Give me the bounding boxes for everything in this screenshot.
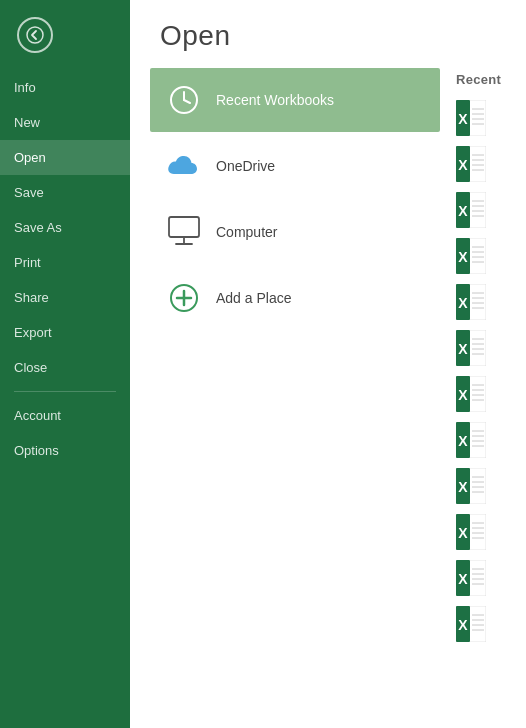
location-add-place[interactable]: Add a Place [150, 266, 440, 330]
svg-point-0 [27, 27, 43, 43]
svg-text:X: X [458, 341, 468, 357]
excel-file-icon: X [456, 192, 486, 228]
list-item[interactable]: X [450, 325, 516, 371]
svg-text:X: X [458, 433, 468, 449]
list-item[interactable]: X [450, 233, 516, 279]
list-item[interactable]: X [450, 601, 516, 647]
svg-text:X: X [458, 295, 468, 311]
page-title: Open [160, 20, 496, 52]
add-place-icon [166, 280, 202, 316]
main-content: Open Recent Workbooks [130, 0, 526, 728]
svg-text:X: X [458, 479, 468, 495]
sidebar-item-save-as[interactable]: Save As [0, 210, 130, 245]
svg-text:X: X [458, 157, 468, 173]
add-place-label: Add a Place [216, 290, 292, 306]
location-onedrive[interactable]: OneDrive [150, 134, 440, 198]
back-circle-icon [17, 17, 53, 53]
excel-file-icon: X [456, 330, 486, 366]
sidebar-item-info[interactable]: Info [0, 70, 130, 105]
svg-text:X: X [458, 617, 468, 633]
computer-label: Computer [216, 224, 277, 240]
svg-text:X: X [458, 571, 468, 587]
excel-file-icon: X [456, 422, 486, 458]
computer-icon [166, 214, 202, 250]
location-computer[interactable]: Computer [150, 200, 440, 264]
svg-line-3 [184, 100, 190, 103]
excel-file-icon: X [456, 284, 486, 320]
recent-files-header: Recent [450, 68, 516, 95]
sidebar-item-open[interactable]: Open [0, 140, 130, 175]
sidebar-divider [14, 391, 116, 392]
sidebar-item-options[interactable]: Options [0, 433, 130, 468]
svg-rect-4 [169, 217, 199, 237]
sidebar-item-new[interactable]: New [0, 105, 130, 140]
sidebar-item-print[interactable]: Print [0, 245, 130, 280]
main-header: Open [130, 0, 526, 68]
list-item[interactable]: X [450, 371, 516, 417]
clock-icon [166, 82, 202, 118]
list-item[interactable]: X [450, 279, 516, 325]
onedrive-label: OneDrive [216, 158, 275, 174]
location-panel: Recent Workbooks OneDrive [130, 68, 450, 728]
excel-file-icon: X [456, 560, 486, 596]
sidebar-nav: Info New Open Save Save As Print Share E… [0, 70, 130, 728]
list-item[interactable]: X [450, 417, 516, 463]
back-button[interactable] [10, 10, 60, 60]
svg-text:X: X [458, 203, 468, 219]
excel-file-icon: X [456, 100, 486, 136]
excel-file-icon: X [456, 376, 486, 412]
svg-text:X: X [458, 525, 468, 541]
location-recent[interactable]: Recent Workbooks [150, 68, 440, 132]
list-item[interactable]: X [450, 509, 516, 555]
list-item[interactable]: X [450, 187, 516, 233]
sidebar-item-export[interactable]: Export [0, 315, 130, 350]
sidebar-bottom: Account Options [0, 398, 130, 478]
svg-text:X: X [458, 111, 468, 127]
list-item[interactable]: X [450, 141, 516, 187]
excel-file-icon: X [456, 468, 486, 504]
recent-workbooks-label: Recent Workbooks [216, 92, 334, 108]
svg-text:X: X [458, 249, 468, 265]
onedrive-icon [166, 148, 202, 184]
list-item[interactable]: X [450, 463, 516, 509]
recent-panel: Recent X X [450, 68, 526, 728]
excel-file-icon: X [456, 514, 486, 550]
excel-file-icon: X [456, 146, 486, 182]
sidebar: Info New Open Save Save As Print Share E… [0, 0, 130, 728]
excel-file-icon: X [456, 606, 486, 642]
sidebar-item-account[interactable]: Account [0, 398, 130, 433]
list-item[interactable]: X [450, 95, 516, 141]
svg-text:X: X [458, 387, 468, 403]
main-body: Recent Workbooks OneDrive [130, 68, 526, 728]
sidebar-item-save[interactable]: Save [0, 175, 130, 210]
excel-file-icon: X [456, 238, 486, 274]
list-item[interactable]: X [450, 555, 516, 601]
sidebar-item-share[interactable]: Share [0, 280, 130, 315]
sidebar-item-close[interactable]: Close [0, 350, 130, 385]
